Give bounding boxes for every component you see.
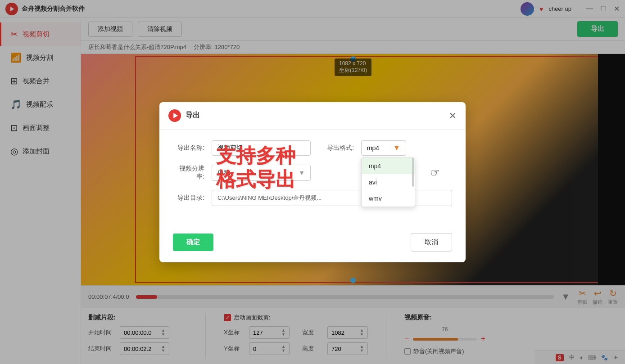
modal-format-label: 导出格式:	[327, 144, 354, 152]
dropdown-item-avi[interactable]: avi	[362, 174, 415, 190]
modal-name-label: 导出名称:	[173, 144, 204, 152]
modal-name-format-row: 导出名称: 导出格式: mp4 ▼ mp4 avi wmv	[173, 140, 452, 156]
modal-body: 导出名称: 导出格式: mp4 ▼ mp4 avi wmv	[159, 130, 466, 226]
modal-rate-select[interactable]: 自动 ▼	[212, 165, 311, 181]
modal-footer: 确定 取消	[159, 226, 466, 262]
modal-close-button[interactable]: ✕	[449, 110, 457, 121]
modal-header: 导出 ✕	[159, 102, 466, 130]
dropdown-arrow-icon: ▼	[393, 144, 400, 152]
modal-path-label: 导出目录:	[173, 194, 204, 202]
modal-name-input[interactable]	[212, 140, 311, 156]
modal-title: 导出	[186, 111, 444, 120]
cancel-button[interactable]: 取消	[411, 233, 452, 252]
modal-logo	[168, 109, 181, 122]
modal-format-value: mp4	[367, 144, 379, 152]
rate-dropdown-arrow-icon: ▼	[299, 169, 305, 176]
modal-path-input[interactable]: C:\Users\NING MEI\Desktop\金丹视频...	[212, 190, 452, 206]
export-modal: 导出 ✕ 导出名称: 导出格式: mp4 ▼ mp4 avi wmv	[159, 102, 466, 262]
dropdown-item-wmv[interactable]: wmv	[362, 190, 415, 207]
dropdown-item-mp4[interactable]: mp4	[362, 158, 415, 174]
modal-rate-label: 视频分辨率:	[173, 165, 204, 181]
modal-format-select[interactable]: mp4 ▼	[361, 140, 406, 156]
modal-overlay: 导出 ✕ 导出名称: 导出格式: mp4 ▼ mp4 avi wmv	[0, 0, 625, 364]
modal-format-wrapper: mp4 ▼ mp4 avi wmv	[361, 140, 406, 156]
confirm-button[interactable]: 确定	[173, 234, 213, 251]
modal-format-dropdown: mp4 avi wmv	[361, 157, 415, 207]
dropdown-scrollbar	[412, 158, 414, 187]
